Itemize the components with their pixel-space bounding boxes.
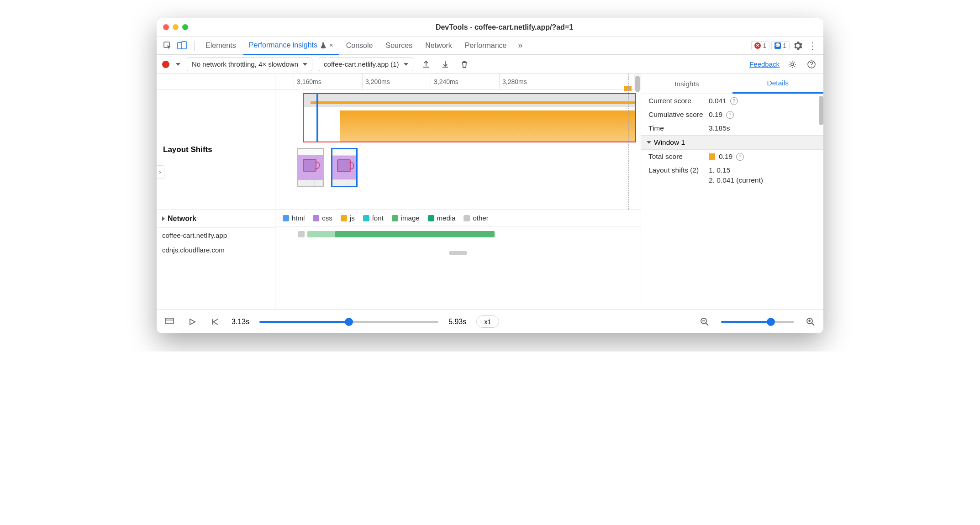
legend-image: image [401,214,420,222]
legend-media: media [437,214,456,222]
ruler-tick: 3,240ms [431,74,458,89]
ruler-tick: 3,200ms [362,74,390,89]
tab-network[interactable]: Network [420,37,458,55]
layout-shift-window[interactable] [303,93,636,142]
net-bar-waiting[interactable] [307,231,335,237]
tab-details-right[interactable]: Details [732,74,824,94]
tab-elements[interactable]: Elements [200,37,242,55]
issues-badge[interactable]: 💬 1 [771,41,790,50]
inspect-element-icon[interactable] [161,39,174,52]
tab-console[interactable]: Console [341,37,379,55]
issues-count: 1 [783,42,786,49]
help-icon[interactable]: ? [736,153,744,161]
time-start: 3.13s [232,318,249,326]
playhead[interactable] [316,93,318,142]
tab-sources[interactable]: Sources [380,37,418,55]
legend-font: font [372,214,384,222]
settings-icon[interactable] [791,39,804,52]
speed-pill[interactable]: x1 [476,315,499,328]
ruler-tick: 3,160ms [294,74,321,89]
current-score-label: Current score [648,97,703,105]
legend-swatch-js [341,215,347,221]
help-icon[interactable]: ? [730,97,738,105]
rewind-icon[interactable] [209,315,221,328]
network-legend: html css js font image media other [275,210,641,226]
playback-bar: 3.13s 5.93s x1 [157,310,823,333]
chevron-right-icon [162,216,165,221]
score-swatch [709,153,715,160]
error-badge[interactable]: ✕ 1 [751,41,769,50]
time-ruler[interactable]: 3,160ms 3,200ms 3,240ms 3,280ms [275,74,641,89]
range-boundary [628,89,629,210]
vertical-scrollbar[interactable] [634,74,641,89]
net-bar-download[interactable] [335,231,495,237]
legend-html: html [292,214,305,222]
legend-other: other [473,214,488,222]
record-menu-caret[interactable] [176,63,180,66]
time-label: Time [648,124,703,132]
tab-sources-label: Sources [385,42,412,50]
play-icon[interactable] [186,315,199,328]
minimize-window-button[interactable] [173,24,179,30]
layout-shifts-track[interactable] [275,89,641,210]
zoom-in-icon[interactable] [804,315,817,328]
timeline[interactable]: 3,160ms 3,200ms 3,240ms 3,280ms [275,74,641,310]
layout-shift-item-2[interactable]: 2. 0.041 (current) [709,176,763,184]
feedback-link[interactable]: Feedback [749,60,780,68]
layout-shift-thumbnail[interactable] [297,148,324,187]
throttling-select[interactable]: No network throttling, 4× slowdown [187,58,312,71]
throttling-value: No network throttling, 4× slowdown [192,60,298,68]
import-icon[interactable] [439,58,452,71]
zoom-out-icon[interactable] [698,315,711,328]
current-score-value: 0.041 [709,97,727,105]
error-count: 1 [763,42,766,49]
horizontal-scroll-thumb[interactable] [449,251,467,255]
window-section-header[interactable]: Window 1 [641,135,823,150]
host-2: cdnjs.cloudflare.com [162,246,225,254]
network-label: Network [168,215,196,223]
tab-perf-insights-label: Performance insights [249,41,317,49]
tab-performance[interactable]: Performance [459,37,512,55]
network-host-row[interactable]: coffee-cart.netlify.app [157,228,275,242]
more-tabs-icon[interactable]: » [514,39,527,52]
tab-insights-right[interactable]: Insights [641,74,732,94]
record-button[interactable] [162,61,169,68]
cumulative-score-label: Cumulative score [648,110,703,119]
collapse-panel-button[interactable]: › [157,165,164,179]
traffic-lights [163,24,188,30]
layout-shift-item-1[interactable]: 1. 0.15 [709,166,730,174]
recording-value: coffee-cart.netlify.app (1) [324,60,399,68]
help-icon[interactable] [805,58,818,71]
panel-settings-icon[interactable] [786,58,799,71]
net-bar-stub[interactable] [298,231,305,237]
legend-swatch-css [313,215,319,221]
playhead-slider[interactable] [259,321,438,323]
error-icon: ✕ [754,42,761,49]
layout-shift-thumbnail-selected[interactable] [331,148,358,187]
close-tab-icon[interactable]: × [329,41,333,49]
maximize-window-button[interactable] [182,24,188,30]
close-window-button[interactable] [163,24,169,30]
details-scrollbar[interactable] [819,96,823,125]
range-boundary [628,74,629,89]
help-icon[interactable]: ? [726,111,734,119]
kebab-menu-icon[interactable]: ⋮ [806,39,819,52]
chevron-down-icon [647,141,651,144]
zoom-slider[interactable] [721,321,794,323]
tab-performance-insights[interactable]: Performance insights × [243,37,339,55]
legend-swatch-image [392,215,398,221]
delete-icon[interactable] [458,58,471,71]
network-section-toggle[interactable]: Network [157,210,275,228]
legend-swatch-html [283,215,289,221]
svg-point-3 [791,63,794,66]
network-host-row[interactable]: cdnjs.cloudflare.com [157,242,275,257]
time-end: 5.93s [448,318,466,326]
chevron-down-icon [404,63,408,66]
tab-network-label: Network [425,42,452,50]
device-toolbar-icon[interactable] [176,39,189,52]
recording-select[interactable]: coffee-cart.netlify.app (1) [319,58,413,71]
window-header-label: Window 1 [654,138,685,147]
legend-swatch-media [428,215,434,221]
toggle-preview-icon[interactable] [163,315,176,328]
export-icon[interactable] [420,58,432,71]
